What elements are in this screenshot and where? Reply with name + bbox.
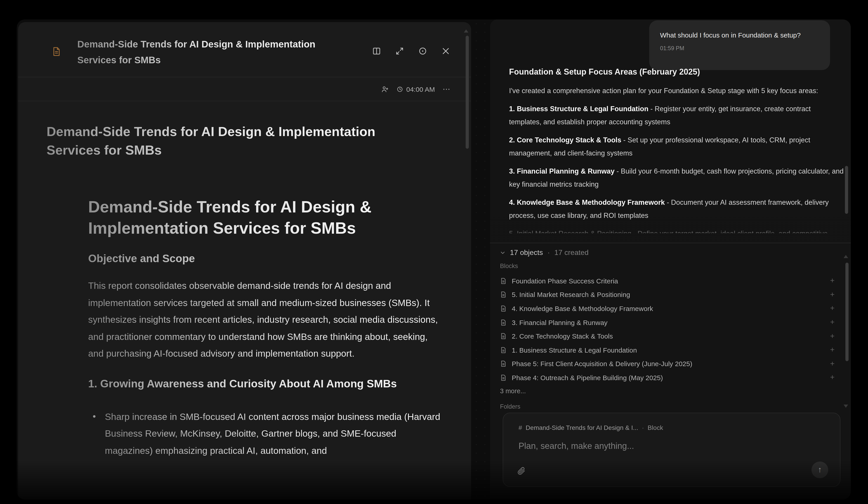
user-message-bubble: What should I focus on in Foundation & s… — [649, 20, 830, 70]
expand-icon[interactable] — [395, 47, 404, 55]
block-doc-icon — [500, 333, 507, 339]
document-paragraph: This report consolidates observable dema… — [88, 277, 445, 362]
chevron-down-icon — [500, 250, 505, 255]
add-block-icon[interactable]: + — [830, 304, 841, 313]
block-doc-icon — [500, 319, 507, 326]
objects-separator-dot: · — [547, 249, 550, 257]
objects-scroll-up-arrow[interactable] — [844, 255, 848, 258]
close-icon[interactable] — [441, 47, 450, 55]
more-options-icon[interactable]: ⋯ — [443, 84, 451, 94]
objects-scroll-down-arrow[interactable] — [844, 404, 848, 408]
chat-panel: What should I focus on in Foundation & s… — [490, 19, 851, 500]
context-chip-title: Demand-Side Trends for AI Design & I... — [526, 424, 638, 431]
page-title: Demand-Side Trends for AI Design & Imple… — [46, 123, 408, 160]
assistant-message: Foundation & Setup Focus Areas (February… — [509, 68, 844, 233]
add-block-icon[interactable]: + — [830, 359, 841, 368]
record-history-icon[interactable] — [418, 47, 427, 55]
bullet-text: Sharp increase in SMB-focused AI content… — [105, 408, 443, 459]
context-chip-separator: · — [642, 424, 644, 431]
block-title: Phase 4: Outreach & Pipeline Building (M… — [512, 374, 825, 381]
document-header: Demand-Side Trends for AI Design & Imple… — [18, 22, 471, 77]
assistant-heading: Foundation & Setup Focus Areas (February… — [509, 68, 844, 77]
focus-area-label: 3. Financial Planning & Runway — [509, 167, 614, 175]
document-h2-trend1: 1. Growing Awareness and Curiosity About… — [88, 374, 436, 393]
context-chip-type: Block — [648, 424, 663, 431]
user-message-time: 01:59 PM — [660, 45, 819, 52]
chat-scrollbar[interactable] — [845, 166, 848, 214]
send-arrow-icon: ↑ — [818, 465, 822, 475]
document-h1: Demand-Side Trends for AI Design & Imple… — [88, 196, 405, 239]
user-message-text: What should I focus on in Foundation & s… — [660, 31, 819, 39]
objects-panel: 17 objects · 17 created Blocks Foundatio… — [490, 243, 851, 411]
add-block-icon[interactable]: + — [830, 331, 841, 341]
split-view-icon[interactable] — [372, 47, 381, 55]
doc-scrollbar[interactable] — [466, 36, 469, 149]
block-doc-icon — [500, 291, 507, 298]
document-timestamp[interactable]: 04:00 AM — [396, 85, 435, 93]
document-title-line1: Demand-Side Trends for AI Design & Imple… — [77, 36, 340, 52]
document-bullet-item: • Sharp increase in SMB-focused AI conte… — [93, 408, 443, 459]
block-doc-icon — [500, 360, 507, 367]
hash-icon: # — [518, 424, 522, 431]
document-title-line2: Services for SMBs — [77, 52, 340, 68]
block-row[interactable]: 4. Knowledge Base & Methodology Framewor… — [500, 301, 841, 315]
context-chip[interactable]: # Demand-Side Trends for AI Design & I..… — [518, 424, 663, 431]
add-block-icon[interactable]: + — [830, 373, 841, 382]
doc-scroll-up-arrow[interactable] — [464, 29, 468, 32]
block-title: 5. Initial Market Research & Positioning — [512, 291, 825, 299]
composer: # Demand-Side Trends for AI Design & I..… — [503, 413, 840, 487]
app-window: Demand-Side Trends for AI Design & Imple… — [17, 19, 851, 500]
document-meta-bar: 04:00 AM ⋯ — [18, 78, 471, 101]
clock-icon — [396, 86, 403, 93]
blocks-section-label: Blocks — [500, 263, 841, 271]
more-blocks-link[interactable]: 3 more... — [500, 387, 841, 397]
block-row[interactable]: Foundation Phase Success Criteria + — [500, 274, 841, 288]
send-button[interactable]: ↑ — [812, 462, 828, 478]
bullet-marker: • — [93, 408, 105, 459]
document-file-icon — [52, 47, 61, 56]
block-title: 1. Business Structure & Legal Foundation — [512, 346, 825, 354]
block-row[interactable]: 3. Financial Planning & Runway + — [500, 316, 841, 329]
focus-area-label: 2. Core Technology Stack & Tools — [509, 136, 621, 144]
objects-summary-row[interactable]: 17 objects · 17 created — [500, 247, 841, 259]
document-h2-objective: Objective and Scope — [88, 251, 441, 265]
block-title: Phase 5: First Client Acquisition & Deli… — [512, 360, 825, 368]
focus-area-item: 4. Knowledge Base & Methodology Framewor… — [509, 196, 844, 222]
attachment-icon[interactable] — [517, 466, 526, 475]
document-content[interactable]: Demand-Side Trends for AI Design & Imple… — [18, 102, 471, 500]
add-block-icon[interactable]: + — [830, 276, 841, 286]
add-block-icon[interactable]: + — [830, 290, 841, 299]
block-row[interactable]: 2. Core Technology Stack & Tools + — [500, 329, 841, 343]
document-time-label: 04:00 AM — [406, 85, 435, 93]
add-person-icon[interactable] — [381, 85, 389, 93]
block-row[interactable]: 1. Business Structure & Legal Foundation… — [500, 343, 841, 357]
block-title: Foundation Phase Success Criteria — [512, 277, 825, 285]
focus-area-label: 1. Business Structure & Legal Foundation — [509, 105, 649, 113]
add-block-icon[interactable]: + — [830, 346, 841, 354]
assistant-intro: I've created a comprehensive action plan… — [509, 84, 844, 97]
document-panel: Demand-Side Trends for AI Design & Imple… — [18, 22, 471, 500]
block-row[interactable]: 5. Initial Market Research & Positioning… — [500, 288, 841, 301]
block-doc-icon — [500, 374, 507, 381]
add-block-icon[interactable]: + — [830, 318, 841, 327]
message-input[interactable]: Plan, search, make anything... — [518, 441, 795, 451]
block-title: 2. Core Technology Stack & Tools — [512, 332, 825, 340]
folders-section-label: Folders — [500, 403, 841, 411]
document-title: Demand-Side Trends for AI Design & Imple… — [77, 36, 340, 68]
focus-area-label: 4. Knowledge Base & Methodology Framewor… — [509, 198, 665, 206]
block-title: 3. Financial Planning & Runway — [512, 318, 825, 326]
objects-scrollbar[interactable] — [845, 263, 849, 361]
clipped-focus-area-item: 5. Initial Market Research & Positioning… — [509, 227, 844, 233]
block-row[interactable]: Phase 5: First Client Acquisition & Deli… — [500, 357, 841, 371]
block-doc-icon — [500, 278, 507, 284]
focus-area-item: 2. Core Technology Stack & Tools - Set u… — [509, 133, 844, 160]
document-actions — [372, 47, 450, 55]
objects-count: 17 objects — [510, 249, 543, 257]
block-doc-icon — [500, 347, 507, 353]
block-row[interactable]: Phase 4: Outreach & Pipeline Building (M… — [500, 371, 841, 384]
focus-area-item: 3. Financial Planning & Runway - Build y… — [509, 165, 844, 191]
blocks-list: Foundation Phase Success Criteria + 5. I… — [500, 274, 841, 385]
app-stage: Demand-Side Trends for AI Design & Imple… — [0, 0, 868, 504]
block-doc-icon — [500, 305, 507, 312]
block-title: 4. Knowledge Base & Methodology Framewor… — [512, 305, 825, 312]
